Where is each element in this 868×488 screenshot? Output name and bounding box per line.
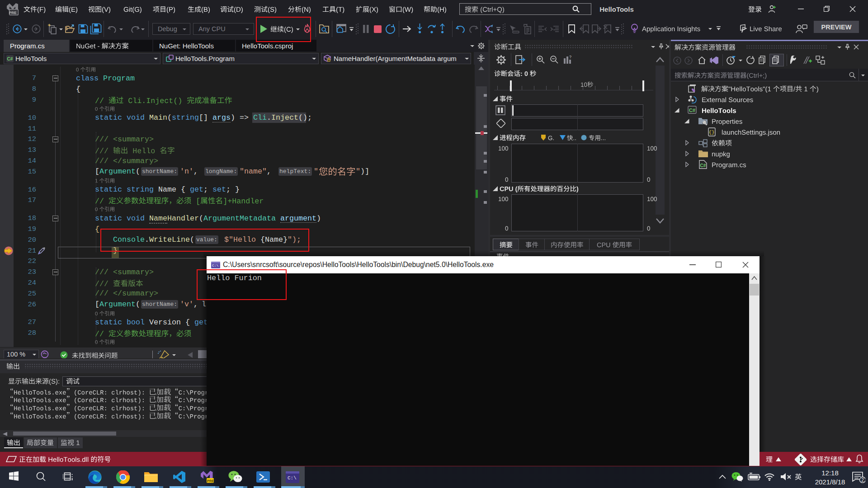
svg-text:{}: {} bbox=[708, 130, 714, 135]
svg-text:C:\: C:\ bbox=[288, 475, 297, 481]
svg-text:C#: C# bbox=[7, 56, 13, 61]
svg-text:C#: C# bbox=[689, 108, 695, 113]
svg-text:C:\: C:\ bbox=[212, 263, 219, 267]
svg-text:C#: C# bbox=[700, 163, 706, 168]
svg-text:?: ? bbox=[569, 55, 571, 59]
svg-text:2: 2 bbox=[861, 478, 864, 483]
